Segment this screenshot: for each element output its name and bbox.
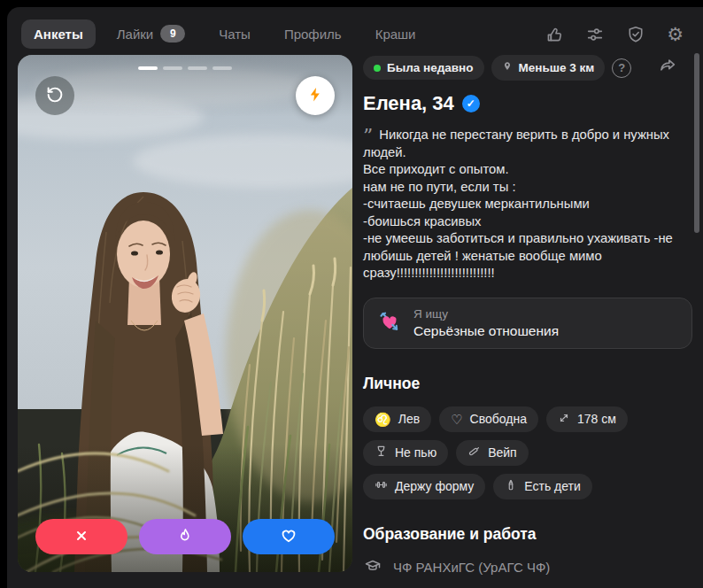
verified-badge-icon: ✓ xyxy=(462,95,480,112)
tab-profiles[interactable]: Анкеты xyxy=(21,19,96,49)
shield-check-icon[interactable] xyxy=(626,25,645,44)
location-pin-icon xyxy=(502,60,513,75)
header-icons: ⚙ xyxy=(545,25,684,44)
name-row: Елена, 34 ✓ xyxy=(363,92,692,115)
photo-carousel-dots xyxy=(138,66,232,70)
section-title-personal: Личное xyxy=(363,375,692,393)
status-badge-label: Была недавно xyxy=(387,61,474,74)
chip-label: 178 см xyxy=(577,412,616,426)
heart-with-arrow-icon xyxy=(378,310,401,337)
chip-label: Не пью xyxy=(395,445,436,460)
vape-pen-icon xyxy=(467,445,481,460)
chip-label: Свободна xyxy=(470,412,527,426)
carousel-dot[interactable] xyxy=(188,66,207,70)
dislike-button[interactable] xyxy=(35,519,127,554)
tab-chats[interactable]: Чаты xyxy=(206,19,263,49)
online-dot xyxy=(374,65,381,72)
superlike-fire-button[interactable] xyxy=(139,519,231,554)
thumbs-up-icon[interactable] xyxy=(545,25,564,44)
tab-crushes-label: Краши xyxy=(375,27,416,42)
profile-photo xyxy=(18,55,352,572)
height-arrows-icon xyxy=(558,412,570,427)
heart-icon xyxy=(280,527,297,547)
tab-profiles-label: Анкеты xyxy=(34,27,83,42)
baby-bottle-icon xyxy=(505,478,517,494)
bio-text: Никогда не перестану верить в добро и ну… xyxy=(363,128,673,280)
status-row: Была недавно Меньше 3 км ? xyxy=(363,55,692,81)
x-icon xyxy=(73,528,89,546)
boost-button[interactable] xyxy=(296,76,335,115)
quote-icon: ” xyxy=(363,125,373,147)
settings-gear-icon[interactable]: ⚙ xyxy=(667,25,684,44)
profile-name-age: Елена, 34 xyxy=(363,92,454,115)
chip-relationship: ♡ Свободна xyxy=(439,406,538,432)
carousel-dot[interactable] xyxy=(212,66,232,70)
looking-for-card: Я ищу Серьёзные отношения xyxy=(363,298,692,349)
status-badge-recently-online: Была недавно xyxy=(363,56,484,80)
tab-likes[interactable]: Лайки9 xyxy=(104,18,198,50)
education-label: ЧФ РАНХиГС (УрАГС ЧФ) xyxy=(393,560,550,575)
tab-likes-label: Лайки xyxy=(117,27,154,42)
tab-chats-label: Чаты xyxy=(219,27,251,42)
carousel-dot-active[interactable] xyxy=(138,66,158,70)
rotate-ccw-icon xyxy=(45,85,65,107)
profile-info-panel: Была недавно Меньше 3 км ? Елена, 34 ✓ ”… xyxy=(363,55,692,588)
action-buttons xyxy=(35,519,335,554)
profile-bio: ”Никогда не перестану верить в добро и н… xyxy=(363,127,692,282)
likes-count-badge: 9 xyxy=(160,25,185,43)
status-badge-label: Меньше 3 км xyxy=(519,61,595,74)
like-button[interactable] xyxy=(243,519,335,554)
dumbbell-icon xyxy=(375,478,388,494)
looking-for-value: Серьёзные отношения xyxy=(413,323,559,339)
chip-label: Есть дети xyxy=(524,479,581,493)
share-icon[interactable] xyxy=(657,56,678,79)
chip-label: Вейп xyxy=(488,445,517,460)
graduation-cap-icon xyxy=(363,557,382,577)
looking-for-texts: Я ищу Серьёзные отношения xyxy=(413,307,559,339)
filters-icon[interactable] xyxy=(585,25,605,44)
heart-outline-icon: ♡ xyxy=(451,413,462,426)
chip-height: 178 см xyxy=(546,406,628,432)
lightning-bolt-icon xyxy=(306,86,324,106)
top-nav: Анкеты Лайки9 Чаты Профиль Краши xyxy=(21,18,429,50)
help-icon[interactable]: ? xyxy=(612,58,631,78)
chip-label: Держу форму xyxy=(395,479,474,493)
chip-smoking: Вейп xyxy=(456,440,529,466)
section-title-education-work: Образование и работа xyxy=(363,525,692,544)
flame-icon xyxy=(176,527,194,547)
tab-profile-label: Профиль xyxy=(284,27,342,42)
chip-alcohol: Не пью xyxy=(363,440,448,466)
education-item: ЧФ РАНХиГС (УрАГС ЧФ) xyxy=(363,557,692,577)
app-window: Анкеты Лайки9 Чаты Профиль Краши ⚙ xyxy=(7,7,703,588)
chip-fitness: Держу форму xyxy=(363,474,485,499)
wine-glass-icon xyxy=(375,445,388,460)
scrollbar[interactable] xyxy=(694,53,699,233)
status-badge-distance: Меньше 3 км xyxy=(491,55,606,81)
profile-photo-card[interactable] xyxy=(18,55,352,572)
chip-label: Лев xyxy=(398,412,420,426)
tab-profile[interactable]: Профиль xyxy=(272,19,354,49)
looking-for-label: Я ищу xyxy=(413,307,559,321)
chip-children: Есть дети xyxy=(493,474,592,499)
chip-zodiac: ♌ Лев xyxy=(363,406,431,432)
leo-zodiac-icon: ♌ xyxy=(375,413,391,426)
rewind-button[interactable] xyxy=(35,76,74,115)
personal-chips: ♌ Лев ♡ Свободна 178 см Не пью xyxy=(363,406,637,499)
tab-crushes[interactable]: Краши xyxy=(363,19,429,49)
carousel-dot[interactable] xyxy=(163,66,182,70)
